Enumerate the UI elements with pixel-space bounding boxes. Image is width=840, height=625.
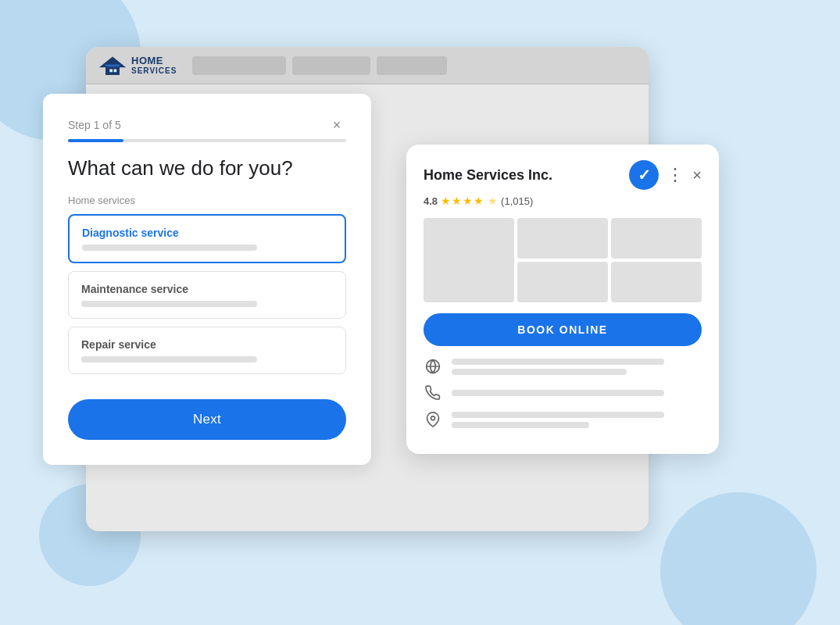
step-form: Step 1 of 5 × What can we do for you? Ho… [43, 94, 371, 465]
close-button[interactable]: × [327, 116, 346, 134]
step-header: Step 1 of 5 × [68, 116, 346, 134]
rating-count: (1,015) [501, 195, 533, 207]
image-1 [424, 218, 514, 302]
website-lines [452, 359, 702, 375]
star-half-icon: ★ [488, 195, 498, 207]
rating-row: 4.8 ★★★★ ★ (1,015) [424, 195, 702, 207]
svg-point-7 [431, 416, 435, 420]
book-online-button[interactable]: BOOK ONLINE [424, 313, 702, 346]
house-logo-icon [98, 55, 127, 77]
browser-tabs [192, 56, 636, 75]
image-4 [517, 262, 608, 302]
progress-track [68, 139, 346, 142]
option-maintenance[interactable]: Maintenance service [68, 271, 346, 319]
bg-decoration-br [660, 492, 817, 625]
logo-services: SERVICES [131, 66, 177, 75]
location-icon [424, 410, 442, 429]
phone-lines [452, 390, 702, 396]
browser-tab-1[interactable] [192, 56, 286, 75]
location-lines [452, 412, 702, 428]
option-diagnostic[interactable]: Diagnostic service [68, 214, 346, 263]
browser-tab-3[interactable] [377, 56, 447, 75]
image-3 [611, 218, 702, 259]
browser-logo: HOME SERVICES [98, 55, 177, 77]
business-card: Home Services Inc. ✓ ⋮ × 4.8 ★★★★ ★ (1,0… [406, 145, 719, 454]
logo-text: HOME SERVICES [131, 55, 177, 75]
location-line-1 [452, 412, 664, 418]
svg-rect-2 [109, 69, 113, 72]
browser-tab-2[interactable] [292, 56, 370, 75]
svg-marker-4 [105, 64, 121, 66]
option-repair-title: Repair service [81, 338, 333, 351]
step-label: Step 1 of 5 [68, 119, 121, 131]
option-repair-placeholder [81, 356, 257, 362]
website-line-2 [452, 369, 627, 375]
phone-line-1 [452, 390, 664, 396]
close-card-button[interactable]: × [692, 166, 702, 184]
stars-icon: ★★★★ [441, 195, 484, 207]
logo-home: HOME [131, 55, 177, 66]
verified-check-icon: ✓ [638, 166, 651, 184]
option-repair[interactable]: Repair service [68, 327, 346, 374]
form-title: What can we do for you? [68, 156, 346, 180]
info-row-website [424, 357, 702, 376]
browser-chrome: HOME SERVICES [86, 47, 649, 84]
info-row-location [424, 410, 702, 429]
verified-badge: ✓ [629, 160, 659, 190]
option-diagnostic-placeholder [82, 245, 257, 251]
business-card-header: Home Services Inc. ✓ ⋮ × [424, 160, 702, 190]
option-maintenance-placeholder [81, 301, 257, 307]
image-2 [517, 218, 608, 259]
more-options-button[interactable]: ⋮ [667, 166, 685, 184]
rating-score: 4.8 [424, 195, 438, 207]
image-grid [424, 218, 702, 302]
option-diagnostic-title: Diagnostic service [82, 227, 332, 239]
info-row-phone [424, 384, 702, 402]
business-name: Home Services Inc. [424, 167, 552, 184]
section-label: Home services [68, 195, 346, 206]
next-button[interactable]: Next [68, 399, 346, 440]
svg-rect-3 [114, 69, 117, 72]
globe-icon [424, 357, 442, 376]
option-maintenance-title: Maintenance service [81, 283, 333, 295]
website-line-1 [452, 359, 664, 365]
location-line-2 [452, 422, 589, 428]
progress-fill [68, 139, 123, 142]
phone-icon [424, 384, 442, 402]
card-actions: ✓ ⋮ × [629, 160, 702, 190]
image-5 [611, 262, 702, 302]
